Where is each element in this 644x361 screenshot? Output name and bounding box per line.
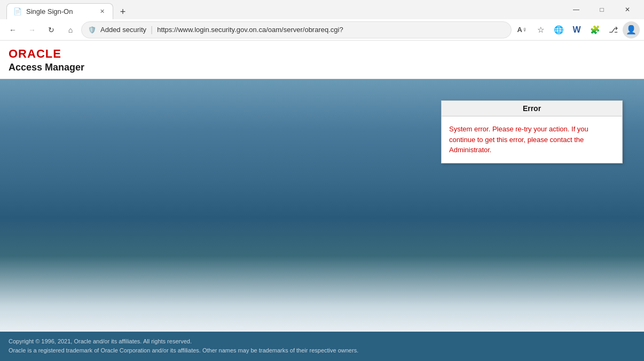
nav-icons: A♀ ☆ 🌐 W 🧩 ⎇ 👤 xyxy=(514,21,640,38)
address-bar[interactable]: 🛡️ Added security | xyxy=(81,21,512,38)
read-aloud-button[interactable]: A♀ xyxy=(514,21,531,38)
minimize-button[interactable]: — xyxy=(564,1,588,18)
word-icon-button[interactable]: W xyxy=(568,21,585,38)
page-footer: Copyright © 1996, 2021, Oracle and/or it… xyxy=(0,332,644,361)
extensions-button[interactable]: 🧩 xyxy=(586,21,603,38)
nav-bar: ← → ↻ ⌂ 🛡️ Added security | A♀ ☆ 🌐 W 🧩 xyxy=(0,19,644,41)
refresh-button[interactable]: ↻ xyxy=(43,21,60,38)
error-box: Error System error. Please re-try your a… xyxy=(441,100,623,163)
security-label: Added security xyxy=(100,26,146,34)
active-tab[interactable]: 📄 Single Sign-On ✕ xyxy=(6,3,113,19)
title-bar: 📄 Single Sign-On ✕ + — □ ✕ xyxy=(0,0,644,19)
page-main: Error System error. Please re-try your a… xyxy=(0,79,644,332)
footer-line1: Copyright © 1996, 2021, Oracle and/or it… xyxy=(9,337,635,347)
tab-close-button[interactable]: ✕ xyxy=(98,7,106,16)
oracle-logo: ORACLE xyxy=(9,47,635,61)
error-title: Error xyxy=(523,104,541,113)
tab-page-icon: 📄 xyxy=(13,7,22,15)
access-manager-title: Access Manager xyxy=(9,62,635,73)
tab-bar: 📄 Single Sign-On ✕ + xyxy=(4,0,560,19)
star-icon: ☆ xyxy=(537,25,544,35)
word-icon: W xyxy=(572,25,580,35)
tab-title: Single Sign-On xyxy=(26,7,73,15)
page-header: ORACLE Access Manager xyxy=(0,41,644,79)
error-title-bar: Error xyxy=(442,101,622,116)
close-button[interactable]: ✕ xyxy=(615,1,640,18)
new-tab-button[interactable]: + xyxy=(115,4,130,19)
page-content: ORACLE Access Manager Error System error… xyxy=(0,41,644,361)
url-input[interactable] xyxy=(157,26,505,34)
footer-line2: Oracle is a registered trademark of Orac… xyxy=(9,346,635,356)
error-body: System error. Please re-try your action.… xyxy=(442,116,622,163)
back-button[interactable]: ← xyxy=(4,21,21,38)
address-divider: | xyxy=(151,25,153,35)
maximize-button[interactable]: □ xyxy=(590,1,614,18)
error-message: System error. Please re-try your action.… xyxy=(449,124,615,155)
globe-icon: 🌐 xyxy=(554,25,564,35)
favorites-button[interactable]: ☆ xyxy=(532,21,549,38)
read-aloud-icon: A♀ xyxy=(517,26,527,34)
browser-icon-button[interactable]: 🌐 xyxy=(550,21,567,38)
forward-button[interactable]: → xyxy=(23,21,41,38)
browser-frame: 📄 Single Sign-On ✕ + — □ ✕ ← → ↻ ⌂ 🛡️ Ad… xyxy=(0,0,644,361)
collections-icon: ⎇ xyxy=(609,25,618,35)
profile-icon: 👤 xyxy=(626,25,637,35)
collections-button[interactable]: ⎇ xyxy=(604,21,622,38)
profile-button[interactable]: 👤 xyxy=(623,21,640,38)
shield-icon: 🛡️ xyxy=(88,26,96,34)
puzzle-icon: 🧩 xyxy=(590,25,600,35)
window-controls: — □ ✕ xyxy=(564,1,640,18)
home-button[interactable]: ⌂ xyxy=(62,21,79,38)
